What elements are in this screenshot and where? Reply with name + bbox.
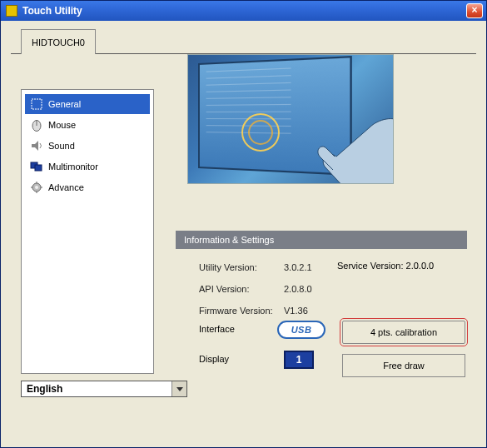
firmware-version-value: V1.36: [284, 304, 308, 317]
sidebar-item-label: Sound: [48, 141, 75, 151]
api-version-row: API Version: 2.0.8.0: [199, 282, 312, 296]
sound-icon: [30, 139, 43, 152]
multimonitor-icon: [30, 160, 43, 173]
chevron-down-icon: [171, 381, 186, 396]
window-title: Touch Utility: [22, 5, 466, 17]
mouse-icon: [30, 118, 43, 132]
utility-version-value: 3.0.2.1: [284, 261, 312, 274]
tab-label: HIDTOUCH0: [32, 37, 85, 47]
tab-hidtouch0[interactable]: HIDTOUCH0: [21, 29, 96, 54]
api-version-value: 2.0.8.0: [284, 282, 312, 296]
service-version-row: Service Version: 2.0.0.0: [337, 261, 434, 271]
sidebar-item-advance[interactable]: Advance: [25, 177, 150, 197]
api-version-label: API Version:: [199, 282, 282, 296]
gear-icon: [30, 181, 43, 194]
hero-hand: [278, 90, 394, 184]
sidebar-item-mouse[interactable]: Mouse: [25, 115, 150, 135]
interface-label: Interface: [199, 324, 235, 334]
utility-version-row: Utility Version: 3.0.2.1: [199, 261, 312, 274]
free-draw-button-label: Free draw: [383, 361, 425, 371]
usb-badge: USB: [277, 321, 325, 339]
display-badge[interactable]: 1: [284, 351, 314, 369]
svg-point-7: [35, 186, 38, 189]
calibration-button-label: 4 pts. calibration: [370, 327, 437, 337]
close-button[interactable]: ×: [466, 3, 483, 18]
hero-image: [187, 54, 394, 184]
svg-rect-0: [32, 99, 42, 109]
calibration-button[interactable]: 4 pts. calibration: [342, 321, 465, 344]
svg-rect-5: [35, 165, 42, 171]
free-draw-button[interactable]: Free draw: [342, 354, 465, 377]
hero-touch-ring: [241, 113, 280, 152]
firmware-version-row: Firmware Version: V1.36: [199, 304, 312, 317]
panel-area: General Mouse Sound: [11, 54, 476, 404]
display-label: Display: [199, 354, 229, 364]
titlebar: Touch Utility ×: [1, 1, 486, 21]
info-block: Utility Version: 3.0.2.1 API Version: 2.…: [199, 261, 312, 317]
utility-version-label: Utility Version:: [199, 261, 282, 274]
service-version-label: Service Version:: [337, 261, 403, 271]
firmware-version-label: Firmware Version:: [199, 304, 282, 317]
section-header: Information & Settings: [176, 231, 467, 249]
app-window: Touch Utility × HIDTOUCH0 General: [0, 0, 487, 448]
sidebar-item-label: Mouse: [48, 120, 76, 130]
svg-marker-3: [32, 141, 38, 151]
client-area: HIDTOUCH0 General Mouse: [1, 21, 486, 447]
sidebar: General Mouse Sound: [21, 89, 154, 374]
app-icon: [6, 5, 17, 17]
sidebar-item-multimonitor[interactable]: Multimonitor: [25, 157, 150, 177]
language-select[interactable]: English: [21, 381, 187, 397]
section-header-label: Information & Settings: [184, 235, 274, 245]
language-value: English: [22, 383, 171, 395]
sidebar-item-label: Advance: [48, 182, 84, 192]
interface-row: Interface: [199, 324, 235, 334]
sidebar-item-general[interactable]: General: [25, 94, 150, 114]
sidebar-item-sound[interactable]: Sound: [25, 136, 150, 156]
interface-value: USB: [291, 325, 312, 335]
display-row: Display: [199, 354, 229, 364]
sidebar-item-label: Multimonitor: [48, 162, 98, 172]
service-version-value: 2.0.0.0: [406, 261, 435, 271]
tab-strip: HIDTOUCH0: [11, 29, 476, 54]
sidebar-item-label: General: [48, 99, 81, 109]
svg-marker-12: [176, 387, 183, 391]
general-icon: [30, 97, 43, 111]
display-value: 1: [296, 354, 302, 366]
